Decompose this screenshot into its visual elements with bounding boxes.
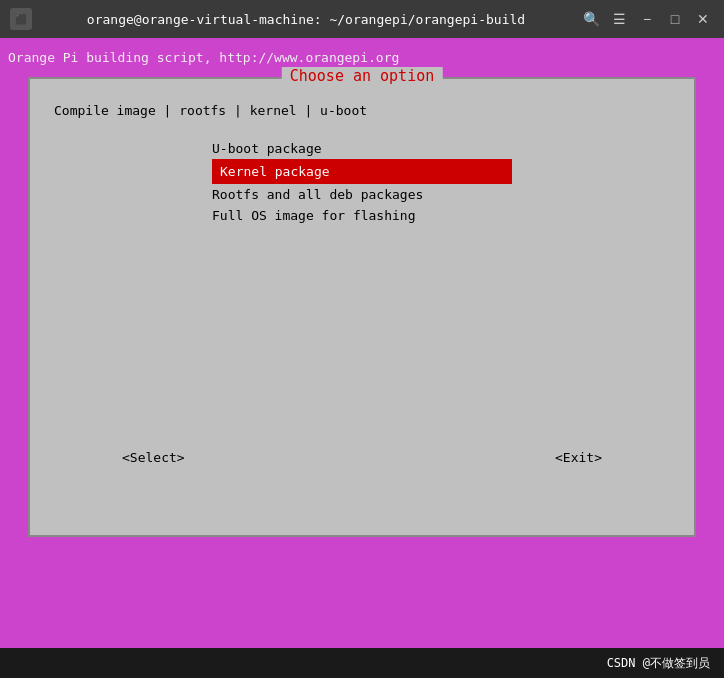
terminal-icon: ⬛ (10, 8, 32, 30)
window-controls: 🔍 ☰ − □ ✕ (580, 8, 714, 30)
bottom-bar: CSDN @不做签到员 (0, 648, 724, 678)
menu-item-uboot[interactable]: U-boot package (212, 138, 512, 159)
menu-button[interactable]: ☰ (608, 8, 630, 30)
title-bar: ⬛ orange@orange-virtual-machine: ~/orang… (0, 0, 724, 38)
menu-item-kernel[interactable]: Kernel package (212, 159, 512, 184)
bottom-bar-text: CSDN @不做签到员 (607, 655, 710, 672)
terminal-top-line: Orange Pi building script, http://www.or… (6, 46, 718, 69)
minimize-button[interactable]: − (636, 8, 658, 30)
dialog-subtitle: Compile image | rootfs | kernel | u-boot (54, 103, 670, 118)
dialog-box: Choose an option Compile image | rootfs … (28, 77, 696, 537)
select-button[interactable]: <Select> (114, 446, 193, 469)
dialog-wrapper: Choose an option Compile image | rootfs … (28, 77, 696, 537)
menu-container: U-boot package Kernel package Rootfs and… (54, 138, 670, 226)
terminal-body: Orange Pi building script, http://www.or… (0, 38, 724, 648)
close-button[interactable]: ✕ (692, 8, 714, 30)
dialog-title: Choose an option (282, 67, 443, 85)
maximize-button[interactable]: □ (664, 8, 686, 30)
dialog-buttons: <Select> <Exit> (54, 446, 670, 469)
menu-item-fullimage[interactable]: Full OS image for flashing (212, 205, 512, 226)
menu-item-rootfs[interactable]: Rootfs and all deb packages (212, 184, 512, 205)
exit-button[interactable]: <Exit> (547, 446, 610, 469)
search-button[interactable]: 🔍 (580, 8, 602, 30)
window-title: orange@orange-virtual-machine: ~/orangep… (42, 12, 570, 27)
